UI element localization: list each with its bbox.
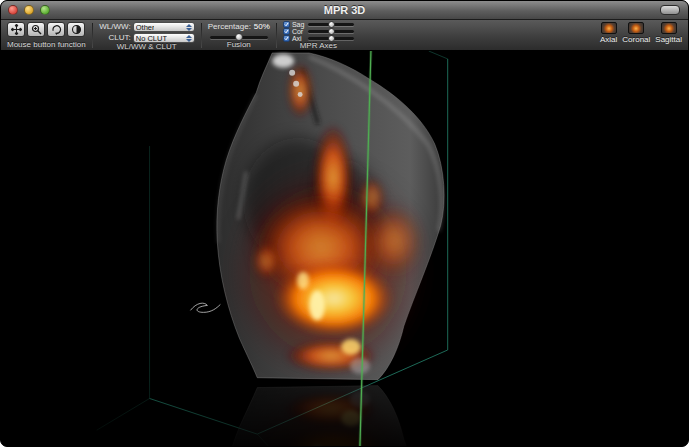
toolbar-separator: [92, 23, 93, 48]
mpr-axes-group: Sag Cor Axi: [283, 21, 354, 50]
popup-stepper-icon: [186, 35, 192, 42]
sagittal-axis-label: Sag: [292, 21, 306, 28]
coronal-view-icon: [628, 22, 644, 34]
fusion-group-label: Fusion: [227, 41, 251, 50]
popup-stepper-icon: [186, 24, 192, 31]
contrast-icon: [71, 24, 82, 35]
coronal-axis-label: Cor: [292, 28, 306, 35]
axial-view-icon: [601, 22, 617, 34]
pan-icon: [11, 24, 22, 35]
coronal-axis-checkbox[interactable]: [283, 28, 290, 35]
wlww-clut-group: WL/WW: Other CLUT: No CLUT WL/WW & CLUT: [99, 21, 195, 50]
rotate-icon: [51, 24, 62, 35]
zoom-tool-button[interactable]: [27, 22, 45, 37]
fused-pet-ct-volume: [217, 53, 444, 380]
axial-axis-slider[interactable]: [308, 35, 354, 42]
pan-tool-button[interactable]: [7, 22, 25, 37]
coronal-axis-slider[interactable]: [308, 28, 354, 35]
mouse-function-group: Mouse button function: [7, 21, 86, 50]
axial-axis-checkbox[interactable]: [283, 35, 290, 42]
sagittal-axis-slider[interactable]: [308, 21, 354, 28]
mpr-axes-group-label: MPR Axes: [300, 42, 337, 51]
rotate-tool-button[interactable]: [47, 22, 65, 37]
fusion-percentage-slider[interactable]: [210, 33, 268, 41]
toolbar-toggle-button[interactable]: [660, 5, 680, 15]
toolbar-separator: [276, 23, 277, 48]
fusion-percentage-label: Percentage:: [208, 22, 251, 31]
coronal-view-label: Coronal: [622, 35, 650, 44]
toolbar: Mouse button function WL/WW: Other CLUT:…: [1, 20, 688, 51]
minimize-button[interactable]: [24, 5, 34, 15]
checkbox-checked-icon: [284, 22, 289, 27]
magnifier-plus-icon: [31, 24, 42, 35]
checkbox-checked-icon: [284, 36, 289, 41]
title-bar: MPR 3D: [1, 1, 688, 20]
axial-view-label: Axial: [600, 35, 617, 44]
sagittal-axis-checkbox[interactable]: [283, 21, 290, 28]
axial-view-button[interactable]: Axial: [600, 22, 617, 44]
wlww-label: WL/WW:: [99, 22, 131, 32]
mouse-group-label: Mouse button function: [7, 41, 86, 50]
sagittal-view-button[interactable]: Sagittal: [655, 22, 682, 44]
wlww-value: Other: [136, 23, 155, 32]
mpr-3d-window: MPR 3D: [0, 0, 689, 447]
coronal-view-button[interactable]: Coronal: [622, 22, 650, 44]
mpr-3d-render: [1, 51, 688, 446]
slider-thumb[interactable]: [328, 21, 335, 28]
fusion-percentage-value: 50%: [254, 22, 270, 31]
slider-thumb[interactable]: [235, 33, 243, 41]
zoom-window-button[interactable]: [40, 5, 50, 15]
window-title: MPR 3D: [1, 4, 688, 16]
sagittal-view-label: Sagittal: [655, 35, 682, 44]
wlww-tool-button[interactable]: [67, 22, 85, 37]
annotation-scribble: [190, 303, 220, 312]
reflection-fade: [1, 383, 688, 446]
traffic-lights: [8, 5, 50, 15]
render-viewport[interactable]: [1, 51, 688, 446]
view-buttons: Axial Coronal Sagittal: [600, 21, 682, 50]
toolbar-separator: [201, 23, 202, 48]
slider-thumb[interactable]: [328, 28, 335, 35]
checkbox-checked-icon: [284, 29, 289, 34]
sagittal-view-icon: [661, 22, 677, 34]
slider-thumb[interactable]: [328, 35, 335, 42]
close-button[interactable]: [8, 5, 18, 15]
fusion-group: Percentage: 50% Fusion: [208, 21, 270, 50]
wlww-popup[interactable]: Other: [133, 22, 195, 32]
